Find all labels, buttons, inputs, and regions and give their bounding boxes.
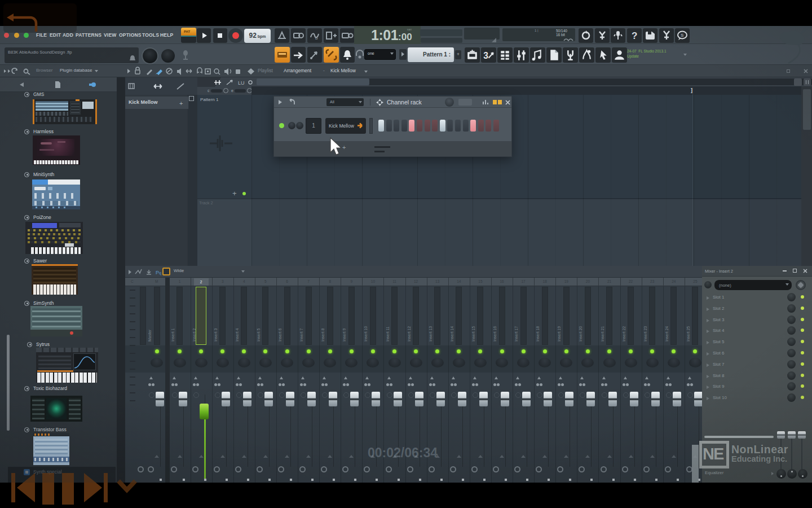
svg-text:b: b (315, 36, 318, 41)
svg-text:LU: LU (238, 80, 245, 86)
svg-text:3: 3 (483, 51, 488, 60)
svg-text:Pq: Pq (156, 270, 161, 275)
svg-text:?: ? (632, 30, 637, 41)
svg-text:S: S (681, 33, 683, 38)
